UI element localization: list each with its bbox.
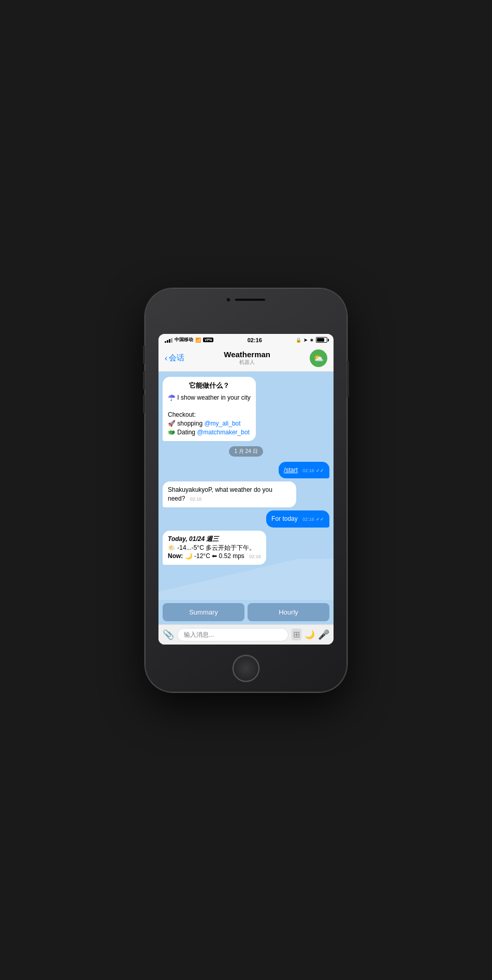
attach-icon[interactable]: 📎	[163, 629, 174, 640]
msg-weather-bubble: ShakuyakukyoP, what weather do you need?…	[163, 481, 296, 507]
nav-bar: ‹ 会话 Weatherman 机器人 ⛅	[158, 346, 334, 372]
input-bar: 📎 ⊞ 🌙 🎤	[158, 624, 334, 645]
status-right: 🔒 ➤ ∗	[296, 337, 327, 343]
status-left: 中国移动 📶 VPN	[165, 337, 213, 343]
emoji-keyboard-icon[interactable]: ⊞	[292, 628, 301, 640]
bluetooth-icon: ∗	[310, 338, 314, 343]
msg-start-text: /start	[284, 466, 298, 474]
back-button[interactable]: ‹ 会话	[165, 353, 184, 363]
msg-weather-text: ShakuyakukyoP, what weather do you need?	[168, 486, 272, 502]
mic-icon[interactable]: 🎤	[318, 629, 329, 640]
date-badge: 1 月 24 日	[229, 446, 263, 457]
msg-result-row: Today, 01/24 週三 🌤️ -14...-5°C 多云开始于下午。 N…	[163, 531, 329, 565]
nav-subtitle: 机器人	[224, 359, 270, 366]
carrier-label: 中国移动	[175, 337, 193, 343]
dating-link[interactable]: @matchmaker_bot	[197, 429, 250, 436]
phone-screen: 中国移动 📶 VPN 02:16 🔒 ➤ ∗ ‹ 会话 Weatherman	[158, 334, 334, 645]
shopping-link[interactable]: @my_ali_bot	[204, 420, 240, 427]
checkout-label: Checkout:	[168, 411, 251, 419]
battery-icon	[316, 337, 327, 343]
umbrella-emoji: ☂️	[168, 394, 176, 401]
wifi-icon: 📶	[195, 338, 201, 343]
home-button[interactable]	[233, 655, 259, 682]
signal-bar-3	[169, 339, 170, 343]
signal-bars	[165, 338, 172, 343]
status-time: 02:16	[248, 337, 262, 343]
bot-avatar[interactable]: ⛅	[310, 349, 327, 367]
msg-fortoday-text: For today	[271, 515, 298, 522]
dragon-emoji: 🐲	[168, 429, 176, 436]
msg-weather-row: ShakuyakukyoP, what weather do you need?…	[163, 481, 329, 507]
msg-start-row: /start 02:16 ✓✓	[163, 462, 329, 479]
msg-weather-time: 02:16	[190, 496, 202, 502]
msg-fortoday-bubble: For today 02:16 ✓✓	[266, 510, 329, 528]
vpn-badge: VPN	[203, 338, 213, 342]
msg-start-ticks: ✓✓	[316, 468, 324, 473]
summary-button[interactable]: Summary	[163, 603, 244, 621]
dating-line: 🐲 Dating @matchmaker_bot	[168, 428, 251, 437]
battery-fill	[317, 338, 324, 342]
speaker-grille	[235, 298, 266, 301]
signal-bar-1	[165, 341, 166, 343]
back-chevron-icon: ‹	[165, 354, 167, 363]
sticker-icon[interactable]: 🌙	[305, 630, 315, 639]
rocket-emoji: 🚀	[168, 420, 176, 427]
msg-result-time: 02:16	[249, 554, 261, 559]
status-bar: 中国移动 📶 VPN 02:16 🔒 ➤ ∗	[158, 334, 334, 346]
bot-intro-bubble: 它能做什么？ ☂️ I show weather in your city Ch…	[163, 377, 256, 441]
nav-title-block: Weatherman 机器人	[224, 350, 270, 366]
bot-intro-row: 它能做什么？ ☂️ I show weather in your city Ch…	[163, 377, 329, 441]
msg-fortoday-row: For today 02:16 ✓✓	[163, 510, 329, 528]
camera-dot	[226, 298, 230, 302]
phone-frame: 中国移动 📶 VPN 02:16 🔒 ➤ ∗ ‹ 会话 Weatherman	[145, 288, 347, 692]
bot-intro-line1: ☂️ I show weather in your city	[168, 393, 251, 402]
shopping-text: shopping	[177, 420, 204, 427]
msg-start-time: 02:16	[302, 468, 314, 473]
shopping-line: 🚀 shopping @my_ali_bot	[168, 419, 251, 428]
msg-result-date: Today, 01/24 週三	[168, 535, 219, 543]
quick-replies-bar: Summary Hourly	[158, 600, 334, 624]
back-label: 会话	[169, 353, 184, 363]
bot-avatar-icon: ⛅	[313, 353, 324, 363]
chat-area: 它能做什么？ ☂️ I show weather in your city Ch…	[158, 372, 334, 600]
bot-intro-line1-text: I show weather in your city	[177, 394, 250, 401]
msg-start-bubble: /start 02:16 ✓✓	[279, 462, 329, 479]
msg-result-line2: 🌤️ -14...-5°C 多云开始于下午。	[168, 544, 261, 552]
dating-text: Dating	[177, 429, 197, 436]
hourly-button[interactable]: Hourly	[248, 603, 329, 621]
lock-icon: 🔒	[296, 338, 301, 343]
camera-area	[226, 298, 266, 302]
bot-intro-title: 它能做什么？	[168, 381, 251, 390]
signal-bar-2	[167, 340, 168, 343]
msg-result-bubble: Today, 01/24 週三 🌤️ -14...-5°C 多云开始于下午。 N…	[163, 531, 266, 565]
msg-result-line1: Today, 01/24 週三	[168, 535, 261, 544]
signal-bar-4	[171, 338, 172, 343]
location-icon: ➤	[303, 338, 308, 343]
msg-result-line3: Now: 🌙 -12°C ⬅ 0.52 mps 02:16	[168, 552, 261, 561]
message-input[interactable]	[177, 628, 288, 641]
nav-title: Weatherman	[224, 350, 270, 359]
msg-fortoday-ticks: ✓✓	[316, 517, 324, 522]
msg-fortoday-time: 02:16	[302, 517, 314, 522]
